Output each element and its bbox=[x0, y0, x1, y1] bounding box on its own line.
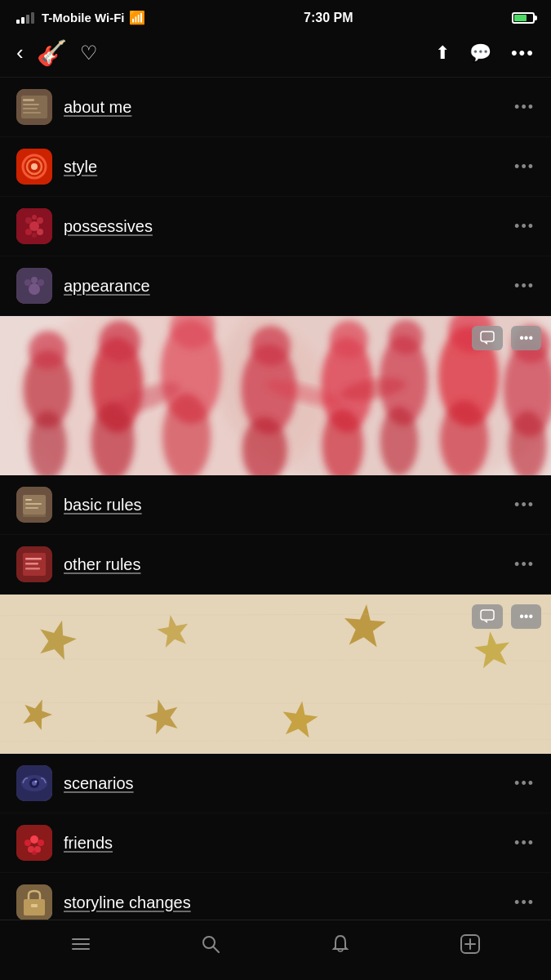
appearance-label: appearance bbox=[64, 277, 150, 296]
battery-fill bbox=[514, 15, 527, 21]
about-me-label: about me bbox=[64, 98, 131, 117]
profile-emoji-icon: 🎸 bbox=[37, 38, 67, 67]
style-icon bbox=[16, 149, 52, 185]
list-item-friends[interactable]: friends ••• bbox=[0, 813, 551, 873]
svg-point-90 bbox=[38, 840, 44, 846]
stars-more-button[interactable]: ••• bbox=[511, 604, 541, 629]
style-menu[interactable]: ••• bbox=[514, 158, 535, 176]
status-bar: T-Mobile Wi-Fi 📶 7:30 PM bbox=[0, 0, 551, 32]
heart-icon[interactable]: ♡ bbox=[80, 42, 98, 65]
list-item-left: appearance bbox=[16, 268, 150, 304]
svg-rect-4 bbox=[23, 108, 38, 109]
tab-list-icon[interactable] bbox=[70, 933, 91, 960]
svg-point-16 bbox=[32, 215, 37, 220]
svg-point-38 bbox=[251, 326, 291, 366]
stars-svg bbox=[0, 595, 551, 754]
svg-point-46 bbox=[440, 400, 489, 475]
appearance-menu[interactable]: ••• bbox=[514, 278, 535, 295]
storyline-changes-menu[interactable]: ••• bbox=[514, 894, 535, 911]
nav-right: ⬆ 💬 ••• bbox=[435, 42, 535, 64]
svg-rect-69 bbox=[0, 595, 551, 754]
svg-rect-60 bbox=[25, 507, 38, 509]
tab-bar bbox=[0, 920, 551, 980]
svg-point-17 bbox=[32, 233, 37, 238]
svg-rect-5 bbox=[23, 112, 41, 114]
list-item-other-rules[interactable]: other rules ••• bbox=[0, 535, 551, 595]
svg-point-29 bbox=[29, 331, 67, 369]
svg-point-15 bbox=[37, 229, 43, 235]
svg-rect-2 bbox=[23, 99, 34, 101]
image-comment-button[interactable] bbox=[472, 326, 503, 350]
list-item-style[interactable]: style ••• bbox=[0, 137, 551, 197]
svg-rect-58 bbox=[25, 499, 32, 501]
svg-rect-59 bbox=[25, 503, 42, 505]
svg-rect-65 bbox=[25, 563, 38, 565]
storyline-icon bbox=[16, 884, 52, 920]
svg-point-41 bbox=[330, 321, 368, 359]
other-rules-icon bbox=[16, 546, 52, 582]
list-item-scenarios[interactable]: scenarios ••• bbox=[0, 754, 551, 813]
list-item-possessives[interactable]: possessives ••• bbox=[0, 197, 551, 256]
tab-add-icon[interactable] bbox=[460, 933, 481, 960]
stars-image-overlay-icons: ••• bbox=[472, 604, 541, 629]
scenarios-icon bbox=[16, 765, 52, 801]
svg-point-14 bbox=[25, 229, 32, 235]
style-label: style bbox=[64, 158, 97, 176]
list-item-basic-rules[interactable]: basic rules ••• bbox=[0, 475, 551, 535]
svg-rect-61 bbox=[23, 514, 46, 517]
status-left: T-Mobile Wi-Fi 📶 bbox=[16, 10, 145, 25]
list-item-left: friends bbox=[16, 825, 113, 861]
signal-bars bbox=[16, 12, 34, 24]
list-item-left: storyline changes bbox=[16, 884, 191, 920]
svg-rect-96 bbox=[31, 904, 38, 907]
svg-point-44 bbox=[389, 319, 424, 354]
svg-point-12 bbox=[25, 217, 32, 224]
back-button[interactable]: ‹ bbox=[16, 40, 24, 65]
svg-point-88 bbox=[30, 835, 38, 844]
svg-point-89 bbox=[24, 840, 31, 846]
possessives-label: possessives bbox=[64, 217, 153, 236]
about-me-menu[interactable]: ••• bbox=[514, 99, 535, 116]
carrier-label: T-Mobile Wi-Fi bbox=[42, 11, 125, 24]
svg-rect-3 bbox=[23, 104, 39, 105]
stars-image: ••• bbox=[0, 595, 551, 754]
svg-point-21 bbox=[31, 277, 38, 283]
tab-search-icon[interactable] bbox=[200, 933, 221, 960]
list-item-left: basic rules bbox=[16, 487, 142, 523]
list-item-left: possessives bbox=[16, 208, 153, 244]
other-rules-label: other rules bbox=[64, 555, 141, 574]
svg-point-20 bbox=[24, 279, 31, 286]
time-label: 7:30 PM bbox=[304, 11, 353, 25]
tab-bell-icon[interactable] bbox=[330, 933, 351, 960]
svg-point-13 bbox=[37, 217, 43, 224]
svg-point-93 bbox=[32, 850, 37, 855]
status-right bbox=[512, 12, 535, 24]
basic-rules-menu[interactable]: ••• bbox=[514, 497, 535, 514]
possessives-menu[interactable]: ••• bbox=[514, 218, 535, 235]
scenarios-menu[interactable]: ••• bbox=[514, 775, 535, 792]
watercolor-svg bbox=[0, 316, 551, 475]
image-overlay-icons: ••• bbox=[472, 326, 541, 350]
friends-menu[interactable]: ••• bbox=[514, 835, 535, 852]
chat-icon[interactable]: 💬 bbox=[469, 42, 491, 64]
svg-line-101 bbox=[213, 947, 219, 952]
friends-icon bbox=[16, 825, 52, 861]
svg-rect-66 bbox=[25, 568, 40, 570]
list-item-about-me[interactable]: about me ••• bbox=[0, 78, 551, 137]
about-me-icon bbox=[16, 89, 52, 125]
image-more-button[interactable]: ••• bbox=[511, 326, 541, 350]
battery-icon bbox=[512, 12, 535, 24]
list-item-appearance[interactable]: appearance ••• bbox=[0, 256, 551, 316]
other-rules-menu[interactable]: ••• bbox=[514, 556, 535, 573]
content-area: about me ••• style ••• bbox=[0, 78, 551, 980]
svg-point-32 bbox=[99, 321, 140, 363]
list-item-left: other rules bbox=[16, 546, 141, 582]
nav-left: ‹ 🎸 ♡ bbox=[16, 38, 98, 67]
basic-rules-label: basic rules bbox=[64, 496, 142, 514]
nav-bar: ‹ 🎸 ♡ ⬆ 💬 ••• bbox=[0, 32, 551, 78]
watercolor-image-section: ••• bbox=[0, 316, 551, 475]
stars-comment-button[interactable] bbox=[472, 604, 503, 629]
list-item-left: scenarios bbox=[16, 765, 134, 801]
share-icon[interactable]: ⬆ bbox=[435, 42, 450, 64]
more-menu-button[interactable]: ••• bbox=[511, 42, 535, 64]
